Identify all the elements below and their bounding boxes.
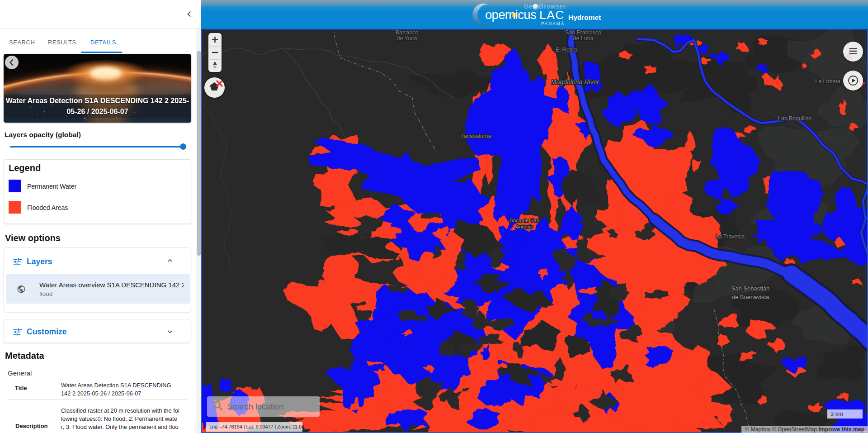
svg-text:Barranco: Barranco [396, 29, 419, 36]
svg-text:El Retiro: El Retiro [556, 47, 577, 53]
svg-text:La Travesia: La Travesia [716, 233, 745, 240]
svg-text:de Loba: de Loba [573, 35, 593, 42]
svg-text:de Yuca: de Yuca [397, 35, 417, 42]
svg-text:San Francisco: San Francisco [565, 29, 601, 36]
svg-text:Magdalena River: Magdalena River [551, 78, 599, 86]
svg-text:Tacasaluma: Tacasaluma [461, 133, 491, 139]
svg-text:Antonio: Antonio [515, 224, 533, 229]
svg-text:Las Boquillas: Las Boquillas [778, 115, 811, 122]
svg-text:Boca de San: Boca de San [509, 218, 539, 223]
svg-text:San Sebastián: San Sebastián [731, 285, 770, 292]
svg-text:de Buenavista: de Buenavista [732, 294, 769, 300]
svg-text:La Lobata: La Lobata [815, 78, 840, 85]
